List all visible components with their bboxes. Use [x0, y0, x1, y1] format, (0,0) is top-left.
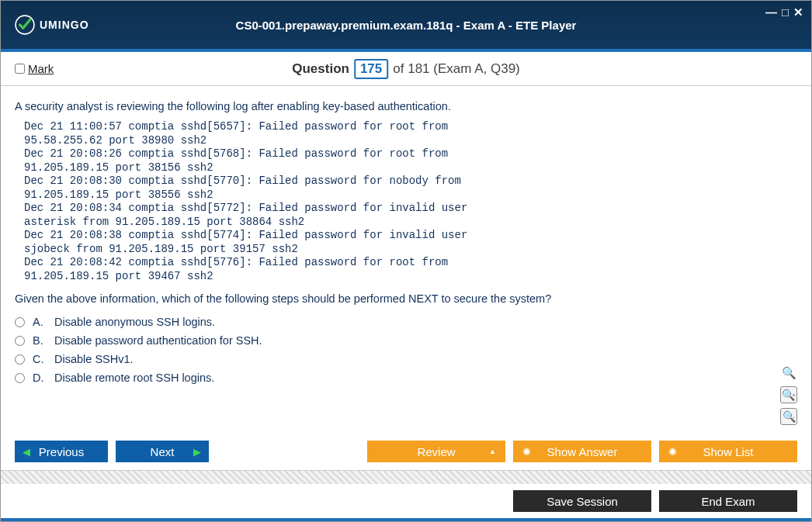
log-block: Dec 21 11:00:57 comptia sshd[5657]: Fail…	[24, 120, 797, 283]
gear-icon: ✺	[668, 446, 677, 458]
maximize-icon[interactable]: □	[782, 5, 789, 19]
close-icon[interactable]: ✕	[793, 5, 803, 19]
answer-text: Disable password authentication for SSH.	[54, 334, 262, 347]
nav-button-row: ◀ Previous Next ▶ Review ▲ ✺ Show Answer…	[1, 433, 811, 470]
footer: ◀ Previous Next ▶ Review ▲ ✺ Show Answer…	[1, 433, 811, 521]
session-button-row: Save Session End Exam	[1, 484, 811, 512]
save-session-label: Save Session	[547, 495, 618, 508]
save-session-button[interactable]: Save Session	[513, 490, 651, 512]
question-of-text: of 181 (Exam A, Q39)	[393, 61, 519, 77]
app-logo: UMINGO	[15, 15, 89, 35]
zoom-tools: 🔍 🔍+ 🔍-	[780, 365, 797, 425]
answer-option[interactable]: D.Disable remote root SSH logins.	[15, 372, 797, 384]
review-button[interactable]: Review ▲	[367, 441, 505, 462]
end-exam-label: End Exam	[701, 495, 755, 508]
answer-option[interactable]: A.Disable anonymous SSH logins.	[15, 316, 797, 328]
logo-check-icon	[15, 15, 35, 35]
answer-list: A.Disable anonymous SSH logins.B.Disable…	[15, 316, 797, 384]
question-number: 175	[354, 59, 388, 79]
answer-letter: A.	[33, 316, 47, 328]
window-controls: — □ ✕	[765, 5, 803, 19]
question-prompt: Given the above information, which of th…	[15, 292, 797, 305]
show-answer-button[interactable]: ✺ Show Answer	[513, 441, 651, 462]
answer-option[interactable]: C.Disable SSHv1.	[15, 353, 797, 365]
answer-option[interactable]: B.Disable password authentication for SS…	[15, 334, 797, 347]
show-answer-label: Show Answer	[547, 445, 618, 458]
answer-radio[interactable]	[15, 354, 25, 365]
next-button[interactable]: Next ▶	[116, 441, 209, 462]
chevron-left-icon: ◀	[23, 446, 30, 458]
triangle-up-icon: ▲	[489, 448, 496, 455]
question-word: Question	[292, 61, 349, 77]
title-bar: UMINGO CS0-001.prepaway.premium.exam.181…	[1, 1, 811, 52]
chevron-right-icon: ▶	[193, 446, 201, 458]
mark-checkbox-wrap[interactable]: Mark	[15, 62, 54, 75]
bottom-accent	[1, 518, 811, 521]
previous-button[interactable]: ◀ Previous	[15, 441, 108, 462]
answer-radio[interactable]	[15, 336, 25, 346]
mark-label[interactable]: Mark	[28, 62, 54, 75]
end-exam-button[interactable]: End Exam	[659, 490, 797, 512]
minimize-icon[interactable]: —	[765, 5, 777, 19]
mark-checkbox[interactable]	[15, 64, 25, 74]
answer-radio[interactable]	[15, 317, 25, 327]
show-list-label: Show List	[703, 445, 753, 458]
answer-letter: C.	[33, 353, 47, 365]
search-icon[interactable]: 🔍	[780, 365, 797, 382]
brand-text: UMINGO	[40, 19, 89, 31]
previous-label: Previous	[39, 445, 84, 458]
question-header: Mark Question 175 of 181 (Exam A, Q39)	[1, 52, 811, 86]
answer-text: Disable remote root SSH logins.	[54, 372, 214, 384]
next-label: Next	[151, 445, 175, 458]
answer-text: Disable SSHv1.	[54, 353, 134, 365]
answer-radio[interactable]	[15, 373, 25, 383]
show-list-button[interactable]: ✺ Show List	[659, 441, 797, 462]
separator-hatch	[1, 470, 811, 484]
review-label: Review	[417, 445, 455, 458]
answer-letter: D.	[33, 372, 47, 384]
answer-letter: B.	[33, 334, 47, 347]
answer-text: Disable anonymous SSH logins.	[54, 316, 215, 328]
gear-icon: ✺	[522, 446, 531, 458]
window-title: CS0-001.prepaway.premium.exam.181q - Exa…	[236, 19, 577, 32]
zoom-out-icon[interactable]: 🔍-	[780, 408, 797, 425]
zoom-in-icon[interactable]: 🔍+	[780, 386, 797, 403]
question-counter: Question 175 of 181 (Exam A, Q39)	[292, 59, 520, 79]
question-intro: A security analyst is reviewing the foll…	[15, 100, 797, 112]
question-content: A security analyst is reviewing the foll…	[1, 86, 811, 433]
